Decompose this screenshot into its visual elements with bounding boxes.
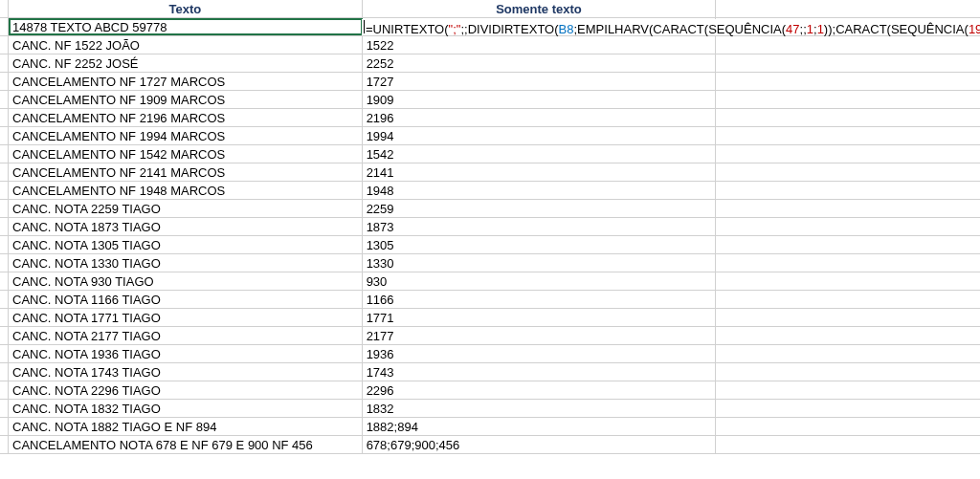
cell-extra[interactable] [716,182,980,199]
cell-somente[interactable]: 1166 [363,291,717,308]
table-row: CANC. NF 2252 JOSÉ2252 [0,54,980,73]
cell-somente[interactable]: 1832 [363,400,717,417]
cell-somente[interactable]: 678;679;900;456 [363,436,717,453]
cell-somente[interactable]: 930 [363,272,717,290]
cell-somente[interactable]: 1909 [363,91,717,108]
header-texto[interactable]: Texto [9,0,363,17]
cell-extra[interactable] [716,236,980,253]
cell-extra[interactable] [716,254,980,272]
formula-part: = [366,22,373,36]
table-row: CANC. NOTA 2177 TIAGO2177 [0,327,980,345]
cell-extra[interactable] [716,345,980,362]
cell-extra[interactable] [716,145,980,163]
cell-somente[interactable]: 1727 [363,73,717,90]
cell-extra[interactable] [716,109,980,126]
gutter-cell [0,400,9,417]
gutter-cell [0,109,9,126]
cell-texto[interactable]: CANC. NOTA 930 TIAGO [9,272,363,290]
gutter-cell [0,91,9,108]
cell-somente[interactable]: 2177 [363,327,717,344]
cell-somente[interactable]: 1882;894 [363,418,717,435]
table-row: CANCELAMENTO NF 1994 MARCOS1994 [0,127,980,145]
gutter-cell [0,236,9,253]
formula-fn: CARACT [653,22,703,36]
cell-texto[interactable]: CANC. NOTA 1832 TIAGO [9,400,363,417]
cell-extra[interactable] [716,127,980,144]
spreadsheet-grid[interactable]: Texto Somente texto 14878 TEXTO ABCD 597… [0,0,980,454]
cell-somente[interactable]: 2296 [363,381,717,399]
table-row: CANC. NOTA 1771 TIAGO1771 [0,309,980,327]
cell-texto[interactable]: CANC. NOTA 1882 TIAGO E NF 894 [9,418,363,435]
cell-texto[interactable]: CANCELAMENTO NF 1727 MARCOS [9,73,363,90]
cell-texto[interactable]: CANCELAMENTO NOTA 678 E NF 679 E 900 NF … [9,436,363,453]
cell-texto[interactable]: CANCELAMENTO NF 1542 MARCOS [9,145,363,163]
gutter-cell [0,345,9,362]
cell-texto[interactable]: CANC. NOTA 1330 TIAGO [9,254,363,272]
cell-texto[interactable]: CANC. NOTA 1771 TIAGO [9,309,363,326]
cell-texto[interactable]: CANC. NOTA 1166 TIAGO [9,291,363,308]
table-row: CANCELAMENTO NF 1909 MARCOS1909 [0,91,980,109]
gutter-cell [0,36,9,54]
cell-texto[interactable]: CANC. NOTA 1305 TIAGO [9,236,363,253]
cell-extra[interactable] [716,36,980,54]
cell-extra[interactable] [716,218,980,235]
formula-editor[interactable]: = UNIRTEXTO ( ";" ;; DIVIDIRTEXTO ( B8 ;… [362,19,980,36]
cell-texto[interactable]: 14878 TEXTO ABCD 59778 [9,18,363,35]
cell-somente[interactable]: 1873 [363,218,717,235]
cell-extra[interactable] [716,309,980,326]
table-row: CANC. NOTA 1305 TIAGO1305 [0,236,980,254]
cell-somente[interactable]: 1305 [363,236,717,253]
cell-texto[interactable]: CANC. NOTA 2296 TIAGO [9,381,363,399]
cell-somente[interactable]: 1994 [363,127,717,144]
table-row: CANC. NOTA 1743 TIAGO1743 [0,363,980,381]
cell-extra[interactable] [716,91,980,108]
cell-texto[interactable]: CANC. NOTA 1873 TIAGO [9,218,363,235]
cell-texto[interactable]: CANC. NOTA 1743 TIAGO [9,363,363,381]
gutter-cell [0,73,9,90]
cell-somente[interactable]: 1936 [363,345,717,362]
cell-texto[interactable]: CANC. NF 1522 JOÃO [9,36,363,54]
cell-extra[interactable] [716,73,980,90]
gutter-cell [0,381,9,399]
table-row: CANC. NOTA 2296 TIAGO2296 [0,381,980,400]
cell-somente[interactable]: 1743 [363,363,717,381]
cell-extra[interactable] [716,400,980,417]
cell-somente[interactable]: 2259 [363,200,717,217]
cell-texto[interactable]: CANC. NOTA 2177 TIAGO [9,327,363,344]
cell-extra[interactable] [716,291,980,308]
gutter-cell [0,127,9,144]
cell-extra[interactable] [716,327,980,344]
cell-texto[interactable]: CANCELAMENTO NF 1948 MARCOS [9,182,363,199]
cell-somente[interactable]: 1522 [363,36,717,54]
cell-somente[interactable]: 1542 [363,145,717,163]
cell-somente[interactable]: 1771 [363,309,717,326]
header-extra [716,0,980,17]
cell-extra[interactable] [716,163,980,181]
cell-texto[interactable]: CANC. NOTA 2259 TIAGO [9,200,363,217]
table-row: CANCELAMENTO NF 1948 MARCOS1948 [0,182,980,200]
cell-texto[interactable]: CANCELAMENTO NF 1994 MARCOS [9,127,363,144]
cell-texto[interactable]: CANCELAMENTO NF 1909 MARCOS [9,91,363,108]
cell-somente[interactable]: 1330 [363,254,717,272]
cell-somente[interactable]: 2252 [363,54,717,72]
cell-extra[interactable] [716,363,980,381]
formula-number: 198 [969,22,980,36]
cell-texto[interactable]: CANCELAMENTO NF 2196 MARCOS [9,109,363,126]
cell-extra[interactable] [716,200,980,217]
cell-extra[interactable] [716,436,980,453]
cell-extra[interactable] [716,381,980,399]
formula-fn: EMPILHARV [577,22,649,36]
cell-extra[interactable] [716,418,980,435]
table-row: CANC. NOTA 1832 TIAGO1832 [0,400,980,418]
cell-texto[interactable]: CANC. NOTA 1936 TIAGO [9,345,363,362]
cell-somente[interactable]: 2141 [363,163,717,181]
cell-texto[interactable]: CANC. NF 2252 JOSÉ [9,54,363,72]
cell-somente[interactable]: 1948 [363,182,717,199]
cell-extra[interactable] [716,272,980,290]
cell-extra[interactable] [716,54,980,72]
cell-somente[interactable]: 2196 [363,109,717,126]
table-row: CANC. NOTA 1330 TIAGO1330 [0,254,980,272]
cell-texto[interactable]: CANCELAMENTO NF 2141 MARCOS [9,163,363,181]
header-somente[interactable]: Somente texto [363,0,717,17]
gutter-cell [0,54,9,72]
